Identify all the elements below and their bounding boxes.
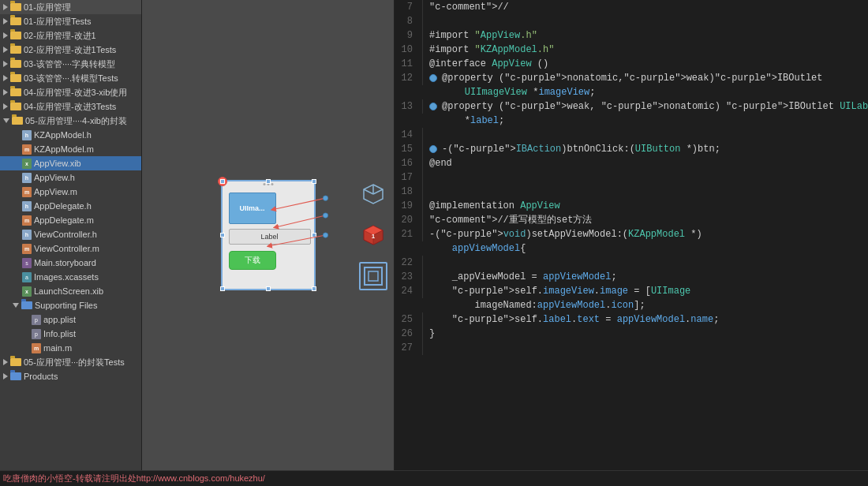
sidebar-label-LaunchScreen-xib: LaunchScreen.xib [34, 286, 103, 296]
code-line-24: 24 "c-purple">self.imageView.image = [UI… [395, 284, 868, 312]
3d-cube-icon[interactable] [359, 180, 387, 208]
resize-handle-tl[interactable] [220, 179, 225, 184]
svg-rect-15 [365, 267, 382, 285]
sidebar-item-03-classic-convert[interactable]: 03-该管管····字典转模型 [0, 57, 141, 71]
line-content-14 [429, 128, 868, 142]
uibutton-view[interactable]: 下载 [229, 251, 276, 270]
file-icon-app-plist: p [32, 315, 43, 325]
sidebar-item-Main-storyboard[interactable]: sMain.storyboard [0, 256, 141, 270]
file-icon-main-m: m [32, 343, 43, 353]
line-number-27: 27 [395, 341, 423, 355]
sidebar-label-AppDelegate-m: AppDelegate.m [34, 215, 94, 225]
sidebar-item-AppDelegate-m[interactable]: mAppDelegate.m [0, 213, 141, 227]
sidebar-item-Images-xcassets[interactable]: aImages.xcassets [0, 270, 141, 284]
sidebar-item-AppDelegate-h[interactable]: hAppDelegate.h [0, 199, 141, 213]
svg-line-9 [364, 189, 373, 194]
sidebar-label-AppDelegate-h: AppDelegate.h [34, 201, 92, 211]
svg-point-6 [323, 233, 327, 237]
sidebar-item-AppView-xib[interactable]: xAppView.xib [0, 156, 141, 170]
sidebar-item-LaunchScreen-xib[interactable]: xLaunchScreen.xib [0, 284, 141, 298]
resize-handle-tm[interactable] [266, 179, 271, 184]
line-content-26: } [429, 327, 868, 341]
file-icon-04-improve-xib [10, 88, 24, 98]
code-line-9: 9#import "AppView.h" [395, 28, 868, 43]
line-content-7: "c-comment">// [429, 0, 868, 14]
sidebar-item-Info-plist[interactable]: pInfo.plist [0, 327, 141, 341]
line-content-10: #import "KZAppModel.h" [429, 43, 868, 57]
resize-handle-tr[interactable] [312, 179, 316, 184]
breakpoint-dot-15[interactable] [429, 145, 437, 153]
file-icon-03-convert-tests [10, 73, 24, 84]
sidebar-item-KZAppModel-m[interactable]: mKZAppModel.m [0, 142, 141, 156]
line-number-23: 23 [395, 270, 423, 284]
main-container: 01-应用管理01-应用管理Tests02-应用管理-改进102-应用管理-改进… [0, 0, 868, 470]
sidebar-item-05-pack-tests[interactable]: 05-应用管理···的封装Tests [0, 355, 141, 369]
folder-triangle-04-xib-tests [3, 103, 8, 110]
code-line-20: 20"c-comment">//重写模型的set方法 [395, 213, 868, 227]
sidebar-item-02-mgmt-improve1[interactable]: 02-应用管理-改进1 [0, 28, 141, 43]
line-content-20: "c-comment">//重写模型的set方法 [429, 213, 868, 227]
sidebar-item-04-improve-xib[interactable]: 04-应用管理-改进3-xib使用 [0, 85, 141, 99]
sidebar-item-AppView-m[interactable]: mAppView.m [0, 185, 141, 199]
code-line-22: 22 [395, 256, 868, 270]
code-line-19: 19@implementation AppView [395, 199, 868, 213]
sidebar-item-Supporting-Files[interactable]: Supporting Files [0, 298, 141, 312]
file-icon-AppView-m: m [22, 187, 34, 197]
line-content-8 [429, 14, 868, 28]
sidebar-item-03-convert-tests[interactable]: 03-该管管···.转模型Tests [0, 71, 141, 85]
uibutton-text: 下载 [245, 255, 260, 266]
file-icon-Supporting-Files [21, 301, 35, 311]
sidebar-item-ViewController-m[interactable]: mViewController.m [0, 241, 141, 256]
resize-handle-mr[interactable] [312, 233, 316, 237]
breakpoint-dot-12[interactable] [429, 74, 437, 82]
sidebar-label-KZAppModel-m: KZAppModel.m [34, 144, 94, 154]
sidebar-label-main-m: main.m [43, 343, 72, 353]
resize-handle-br[interactable] [312, 286, 316, 291]
resize-handle-ml[interactable] [220, 233, 225, 237]
sidebar-item-Products[interactable]: Products [0, 369, 141, 383]
svg-point-5 [323, 213, 327, 218]
uiimage-view: UIIma... [229, 193, 276, 224]
folder-triangle-01-mgmt-tests [3, 18, 8, 24]
sidebar-item-ViewController-h[interactable]: hViewController.h [0, 227, 141, 241]
code-line-15: 15-("c-purple">IBAction)btnOnClick:(UIBu… [395, 142, 868, 156]
folder-triangle-Products [3, 373, 8, 379]
resize-handle-bl[interactable] [220, 286, 225, 291]
code-editor[interactable]: 7"c-comment">//8 9#import "AppView.h"10#… [395, 0, 868, 470]
line-number-15: 15 [395, 142, 423, 156]
breakpoint-dot-13[interactable] [429, 103, 437, 110]
sidebar-item-KZAppModel-h[interactable]: hKZAppModel.h [0, 128, 141, 142]
line-number-21: 21 [395, 227, 423, 241]
sidebar-label-Supporting-Files: Supporting Files [35, 301, 98, 310]
sidebar-item-01-mgmt[interactable]: 01-应用管理 [0, 0, 141, 14]
red-cube-icon[interactable]: 1 [359, 221, 387, 249]
line-number-9: 9 [395, 28, 423, 43]
file-icon-05-xib-pack [12, 116, 25, 126]
resize-handle-bm[interactable] [266, 286, 271, 291]
line-content-27 [429, 341, 868, 355]
sidebar-label-ViewController-m: ViewController.m [34, 244, 99, 253]
line-content-19: @implementation AppView [429, 199, 868, 213]
sidebar-item-AppView-h[interactable]: hAppView.h [0, 170, 141, 185]
folder-triangle-01-mgmt [3, 4, 8, 10]
canvas-area: UIIma... Label 下载 [142, 0, 395, 470]
file-icon-KZAppModel-m: m [22, 144, 34, 155]
folder-triangle-05-xib-pack [3, 118, 9, 123]
file-icon-02-mgmt-improve1 [10, 31, 24, 41]
file-icon-Info-plist: p [32, 329, 43, 339]
sidebar-item-01-mgmt-tests[interactable]: 01-应用管理Tests [0, 14, 141, 28]
sidebar-item-02-mgmt-improve1-tests[interactable]: 02-应用管理-改进1Tests [0, 43, 141, 57]
svg-point-4 [323, 196, 327, 200]
line-content-18 [429, 185, 868, 199]
svg-rect-16 [369, 271, 378, 281]
uilabel-view: Label [229, 229, 311, 245]
sidebar-item-04-xib-tests[interactable]: 04-应用管理-改进3Tests [0, 99, 141, 114]
code-line-21: 21-("c-purple">void)setAppViewModel:(KZA… [395, 227, 868, 256]
sidebar-item-05-xib-pack[interactable]: 05-应用管理····4-xib的封装 [0, 114, 141, 128]
sidebar-item-app-plist[interactable]: papp.plist [0, 312, 141, 327]
watermark-text: 吃唐僧肉的小悟空-转载请注明出处http://www.cnblogs.com/h… [3, 473, 265, 483]
code-line-13: 13@property ("c-purple">weak, "c-purple"… [395, 99, 868, 128]
blue-square-icon[interactable] [359, 262, 387, 290]
line-number-7: 7 [395, 0, 423, 14]
sidebar-item-main-m[interactable]: mmain.m [0, 341, 141, 355]
